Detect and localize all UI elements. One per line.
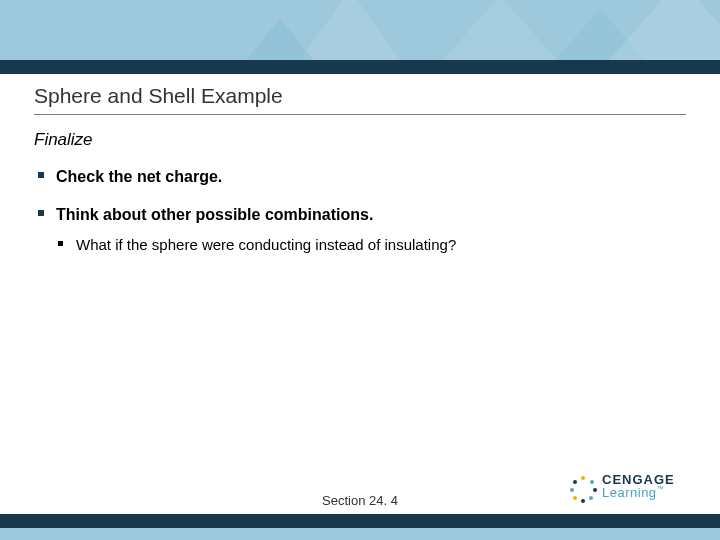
slide: Sphere and Shell Example Finalize Check … [0, 0, 720, 540]
header-light-band [0, 0, 720, 60]
body-area: Finalize Check the net charge. Think abo… [34, 130, 680, 271]
slide-title: Sphere and Shell Example [34, 84, 686, 108]
logo-line1: CENGAGE [602, 472, 698, 487]
sub-bullet-text: What if the sphere were conducting inste… [76, 236, 456, 253]
footer-dark-band [0, 514, 720, 528]
bullet-text: Check the net charge. [56, 168, 222, 185]
sub-list-item: What if the sphere were conducting inste… [56, 235, 680, 255]
bullet-list: Check the net charge. Think about other … [34, 166, 680, 255]
trademark-icon: ™ [657, 485, 665, 492]
bullet-text: Think about other possible combinations. [56, 206, 373, 223]
list-item: Check the net charge. [34, 166, 680, 188]
sub-bullet-list: What if the sphere were conducting inste… [56, 235, 680, 255]
list-item: Think about other possible combinations.… [34, 204, 680, 256]
header-dark-band [0, 60, 720, 74]
section-label: Section 24. 4 [0, 493, 720, 508]
title-underline [34, 114, 686, 115]
subheading: Finalize [34, 130, 680, 150]
title-area: Sphere and Shell Example [34, 84, 686, 115]
footer-light-band [0, 528, 720, 540]
